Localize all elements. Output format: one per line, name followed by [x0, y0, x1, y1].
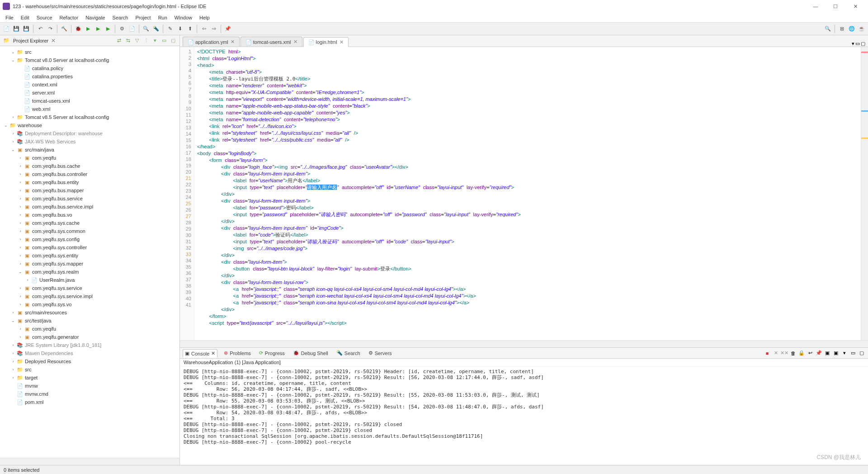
word-wrap-icon[interactable]: ↩	[807, 350, 814, 357]
tree-item[interactable]: ›📁Deployed Resources	[0, 357, 179, 365]
twisty-icon[interactable]: ›	[17, 196, 24, 201]
open-type-icon[interactable]: 🔍	[142, 24, 151, 33]
menu-edit[interactable]: Edit	[17, 14, 33, 21]
maximize-view-icon[interactable]: ▢	[170, 37, 177, 44]
twisty-icon[interactable]: ⌄	[10, 147, 16, 152]
tree-item[interactable]: ›▣com.yeqifu.sys.controller	[0, 243, 179, 251]
tree-item[interactable]: ⌄📁src	[0, 48, 179, 56]
twisty-icon[interactable]: ›	[10, 310, 16, 315]
tree-item[interactable]: 📄catalina.policy	[0, 64, 179, 72]
tab-debug-shell[interactable]: 🐞Debug Shell	[291, 349, 330, 357]
tree-item[interactable]: ⌄▣src/main/java	[0, 146, 179, 154]
java-ee-perspective-icon[interactable]: 🌐	[847, 24, 856, 33]
menu-help[interactable]: Help	[196, 14, 213, 21]
twisty-icon[interactable]: ›	[17, 172, 24, 176]
maximize-editor-icon[interactable]: ▢	[861, 41, 865, 47]
menu-window[interactable]: Window	[171, 14, 196, 21]
quick-access-icon[interactable]: 🔍	[823, 24, 832, 33]
twisty-icon[interactable]: ›	[10, 131, 16, 136]
maximize-button[interactable]: ☐	[826, 0, 845, 13]
tree-item[interactable]: 📄pom.xml	[0, 398, 179, 406]
run-last-icon[interactable]: ▶	[104, 24, 113, 33]
twisty-icon[interactable]: ›	[10, 351, 16, 356]
twisty-icon[interactable]: ›	[17, 229, 24, 233]
open-perspective-icon[interactable]: ⊞	[837, 24, 846, 33]
filter-icon[interactable]: ▽	[133, 37, 141, 44]
collapse-all-icon[interactable]: ⇄	[115, 37, 123, 44]
tree-item[interactable]: ›📚JAX-WS Web Services	[0, 137, 179, 146]
twisty-icon[interactable]: ›	[17, 237, 24, 242]
twisty-icon[interactable]: ⌄	[10, 318, 16, 323]
twisty-icon[interactable]: ›	[17, 253, 24, 258]
tab-login-html[interactable]: 📄login.html✕	[303, 37, 349, 47]
terminate-icon[interactable]: ■	[764, 350, 771, 357]
twisty-icon[interactable]: ›	[10, 139, 16, 144]
editor[interactable]: 1234567891011121314151617181920212223242…	[180, 47, 868, 340]
tree-item[interactable]: 📄context.xml	[0, 81, 179, 89]
tree-item[interactable]: ›▣src/main/resources	[0, 308, 179, 317]
tree-item[interactable]: ›▣com.yeqifu.sys.common	[0, 227, 179, 235]
show-list-icon[interactable]: ▾	[852, 41, 854, 47]
twisty-icon[interactable]: ›	[17, 245, 24, 250]
tab-tomcat-users[interactable]: 📄tomcat-users.xml✕	[241, 37, 302, 47]
tab-console[interactable]: ▣Console✕	[183, 349, 217, 358]
forward-icon[interactable]: ⇨	[209, 24, 218, 33]
twisty-icon[interactable]: ›	[17, 213, 24, 217]
console-output[interactable]: DEBUG [http-nio-8888-exec-7] - {conn-100…	[180, 367, 868, 465]
twisty-icon[interactable]: ›	[17, 302, 24, 307]
tree-item[interactable]: ›📁Tomcat v8.5 Server at localhost-config	[0, 113, 179, 121]
coverage-icon[interactable]: ▶	[94, 24, 103, 33]
pin-console-icon[interactable]: 📌	[815, 350, 822, 357]
tree-item[interactable]: ›▣com.yeqifu.sys.config	[0, 235, 179, 243]
tree-item[interactable]: ›▣com.yeqifu.bus.vo	[0, 211, 179, 219]
display-selected-icon[interactable]: ▣	[824, 350, 831, 357]
new-console-icon[interactable]: ▾	[841, 350, 848, 357]
tree-item[interactable]: ⌄▣com.yeqifu.sys.realm	[0, 268, 179, 276]
twisty-icon[interactable]: ⌄	[10, 50, 16, 54]
tree-item[interactable]: ›📁src	[0, 365, 179, 374]
tree-item[interactable]: 📄web.xml	[0, 105, 179, 113]
twisty-icon[interactable]: ›	[17, 327, 24, 331]
pin-icon[interactable]: 📌	[223, 24, 232, 33]
tree-item[interactable]: ›▣com.yeqifu.bus.cache	[0, 162, 179, 170]
close-icon[interactable]: ✕	[293, 39, 297, 45]
twisty-icon[interactable]: ›	[17, 335, 24, 339]
menu-project[interactable]: Project	[132, 14, 154, 21]
tree-item[interactable]: ›▣com.yeqifu.sys.mapper	[0, 260, 179, 268]
redo-icon[interactable]: ↷	[46, 24, 55, 33]
save-all-icon[interactable]: 💾	[22, 24, 31, 33]
remove-all-icon[interactable]: ✕✕	[781, 350, 788, 357]
minimize-button[interactable]: —	[806, 0, 826, 13]
close-button[interactable]: ✕	[845, 0, 865, 13]
twisty-icon[interactable]: ›	[17, 188, 24, 193]
twisty-icon[interactable]: ›	[17, 204, 24, 209]
editor-hscroll[interactable]	[180, 340, 868, 347]
prev-annotation-icon[interactable]: ⬆	[185, 24, 194, 33]
search-icon[interactable]: 🔦	[151, 24, 160, 33]
tree-item[interactable]: ›▣com.yeqifu.bus.service	[0, 194, 179, 203]
tree-item[interactable]: ›▣com.yeqifu.sys.service	[0, 284, 179, 292]
twisty-icon[interactable]: ›	[24, 278, 31, 282]
tree-item[interactable]: ⌄📁Tomcat v8.0 Server at localhost-config	[0, 56, 179, 64]
new-icon[interactable]: 📄	[2, 24, 11, 33]
twisty-icon[interactable]: ›	[10, 359, 16, 364]
twisty-icon[interactable]: ›	[10, 343, 16, 347]
project-tree[interactable]: ⌄📁src⌄📁Tomcat v8.0 Server at localhost-c…	[0, 46, 179, 458]
tree-item[interactable]: 📄mvnw	[0, 382, 179, 390]
run-icon[interactable]: ▶	[84, 24, 93, 33]
new-server-icon[interactable]: ⚙	[118, 24, 127, 33]
link-editor-icon[interactable]: ⇆	[124, 37, 132, 44]
scroll-lock-icon[interactable]: 🔒	[798, 350, 805, 357]
focus-icon[interactable]: ⋮	[142, 37, 150, 44]
java-perspective-icon[interactable]: ☕	[857, 24, 866, 33]
remove-launch-icon[interactable]: ✕	[772, 350, 779, 357]
close-icon[interactable]: ✕	[231, 39, 235, 45]
menu-navigate[interactable]: Navigate	[82, 14, 108, 21]
sidebar-hscroll[interactable]	[0, 458, 179, 465]
tree-item[interactable]: ›▣com.yeqifu.bus.service.impl	[0, 203, 179, 211]
tree-item[interactable]: ›▣com.yeqifu.sys.service.impl	[0, 292, 179, 300]
twisty-icon[interactable]: ›	[17, 180, 24, 185]
tree-item[interactable]: ›▣com.yeqifu.sys.vo	[0, 300, 179, 308]
new-jsp-icon[interactable]: 📄	[127, 24, 137, 33]
open-console-icon[interactable]: ▣	[832, 350, 840, 357]
